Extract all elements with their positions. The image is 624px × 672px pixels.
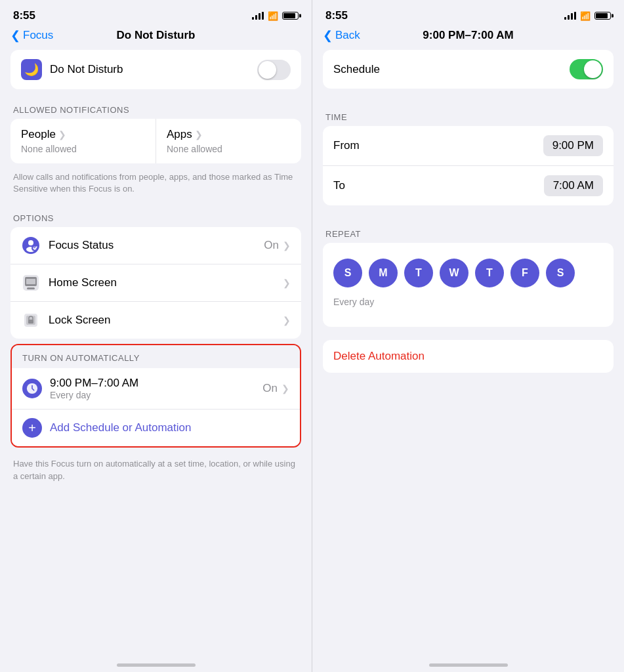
- status-icons-right: 📶: [564, 11, 611, 21]
- repeat-label: REPEAT: [323, 219, 614, 243]
- day-wednesday[interactable]: W: [440, 259, 468, 287]
- focus-status-value: On: [264, 239, 279, 252]
- schedule-right: On ❯: [262, 382, 289, 395]
- day-thursday[interactable]: T: [475, 259, 504, 287]
- right-content: Schedule TIME From 9:00 PM To 7:00 AM RE…: [312, 50, 624, 663]
- repeat-card: S M T W T F S Every day: [323, 243, 614, 327]
- back-label-left: Focus: [23, 29, 53, 42]
- dnd-toggle-row: 🌙 Do Not Disturb: [10, 50, 301, 89]
- home-indicator-left: [117, 663, 196, 667]
- notifications-grid: People ❯ None allowed Apps ❯ None allowe…: [10, 119, 301, 163]
- status-icons-left: 📶: [252, 11, 299, 21]
- focus-status-title: Focus Status: [49, 239, 114, 252]
- to-value[interactable]: 7:00 AM: [544, 175, 603, 196]
- svg-point-1: [28, 240, 33, 245]
- people-title: People: [21, 128, 56, 141]
- schedule-label: Schedule: [333, 63, 380, 76]
- schedule-row[interactable]: 9:00 PM–7:00 AM Every day On ❯: [12, 368, 300, 409]
- focus-status-right: On ❯: [264, 239, 291, 252]
- people-chevron-icon: ❯: [58, 129, 66, 140]
- people-title-row: People ❯: [21, 128, 145, 141]
- lock-screen-title: Lock Screen: [49, 314, 111, 327]
- svg-rect-11: [28, 320, 33, 324]
- back-button-right[interactable]: ❮ Back: [323, 29, 360, 43]
- schedule-title: 9:00 PM–7:00 AM: [50, 377, 138, 390]
- home-screen-icon: [21, 273, 41, 293]
- schedule-value: On: [262, 382, 278, 395]
- battery-icon-right: [594, 12, 611, 20]
- schedule-toggle-row: Schedule: [323, 50, 614, 89]
- page-title-left: Do Not Disturb: [117, 29, 196, 42]
- chevron-left-icon: ❮: [10, 28, 20, 43]
- focus-status-row[interactable]: Focus Status On ❯: [10, 227, 301, 264]
- wifi-icon-right: 📶: [580, 11, 591, 21]
- day-monday[interactable]: M: [369, 259, 398, 287]
- home-screen-chevron-icon: ❯: [283, 278, 291, 288]
- options-card: Focus Status On ❯: [10, 227, 301, 339]
- day-friday[interactable]: F: [510, 259, 539, 287]
- focus-status-icon: [21, 236, 41, 255]
- dnd-toggle[interactable]: [257, 60, 291, 80]
- focus-status-chevron-icon: ❯: [283, 240, 291, 251]
- dnd-left: 🌙 Do Not Disturb: [21, 59, 123, 80]
- auto-section: TURN ON AUTOMATICALLY 9:00 PM–7:00 AM Ev…: [10, 344, 301, 448]
- svg-rect-8: [26, 279, 35, 284]
- notifications-description: Allow calls and notifications from peopl…: [10, 166, 301, 203]
- to-row[interactable]: To 7:00 AM: [323, 165, 614, 205]
- from-row[interactable]: From 9:00 PM: [323, 126, 614, 165]
- lock-screen-row[interactable]: Lock Screen ❯: [10, 301, 301, 339]
- home-screen-left: Home Screen: [21, 273, 117, 293]
- auto-section-label: TURN ON AUTOMATICALLY: [12, 345, 300, 368]
- page-title-right: 9:00 PM–7:00 AM: [423, 29, 513, 42]
- status-bar-right: 8:55 📶: [312, 0, 624, 26]
- add-schedule-row[interactable]: + Add Schedule or Automation: [12, 409, 300, 446]
- to-label: To: [333, 179, 345, 192]
- back-button-left[interactable]: ❮ Focus: [10, 29, 53, 43]
- apps-chevron-icon: ❯: [195, 129, 203, 140]
- apps-title-row: Apps ❯: [167, 128, 291, 141]
- home-indicator-right: [429, 663, 508, 667]
- back-label-right: Back: [335, 29, 360, 42]
- schedule-toggle[interactable]: [570, 59, 603, 79]
- signal-icon: [252, 12, 264, 20]
- allowed-notifications-label: ALLOWED NOTIFICATIONS: [10, 94, 301, 119]
- nav-bar-left: ❮ Focus Do Not Disturb: [0, 26, 312, 50]
- lock-screen-icon: [21, 310, 41, 330]
- day-saturday[interactable]: S: [546, 259, 575, 287]
- svg-rect-7: [27, 287, 35, 289]
- time-right: 8:55: [325, 9, 348, 22]
- time-section-label: TIME: [323, 102, 614, 126]
- delete-automation-button[interactable]: Delete Automation: [323, 340, 614, 373]
- delete-container: Delete Automation: [323, 340, 614, 373]
- day-tuesday[interactable]: T: [404, 259, 433, 287]
- people-cell[interactable]: People ❯ None allowed: [10, 119, 156, 163]
- from-value[interactable]: 9:00 PM: [543, 135, 603, 156]
- time-row: From 9:00 PM To 7:00 AM: [323, 126, 614, 205]
- toggle-knob: [259, 61, 276, 79]
- every-day-label: Every day: [333, 294, 603, 318]
- left-panel: 8:55 📶 ❮ Focus Do Not Disturb 🌙: [0, 0, 312, 672]
- apps-title: Apps: [167, 128, 192, 141]
- people-subtitle: None allowed: [21, 144, 145, 154]
- schedule-toggle-knob: [584, 60, 602, 78]
- lock-screen-chevron-icon: ❯: [283, 315, 291, 326]
- chevron-left-icon-right: ❮: [323, 28, 333, 43]
- battery-icon: [282, 12, 299, 20]
- dnd-title: Do Not Disturb: [50, 63, 123, 76]
- nav-bar-right: ❮ Back 9:00 PM–7:00 AM: [312, 26, 624, 50]
- day-sunday[interactable]: S: [333, 259, 362, 287]
- home-screen-right: ❯: [283, 278, 291, 288]
- days-row: S M T W T F S: [333, 252, 603, 294]
- clock-icon: [22, 379, 42, 398]
- from-label: From: [333, 139, 360, 152]
- wifi-icon: 📶: [268, 11, 278, 21]
- right-panel: 8:55 📶 ❮ Back 9:00 PM–7:00 AM Schedule: [312, 0, 624, 672]
- focus-status-left: Focus Status: [21, 236, 114, 255]
- plus-icon: +: [22, 418, 42, 438]
- schedule-chevron-icon: ❯: [281, 383, 289, 394]
- apps-subtitle: None allowed: [167, 144, 291, 154]
- apps-cell[interactable]: Apps ❯ None allowed: [156, 119, 301, 163]
- lock-screen-left: Lock Screen: [21, 310, 111, 330]
- home-screen-title: Home Screen: [49, 276, 117, 289]
- home-screen-row[interactable]: Home Screen ❯: [10, 264, 301, 301]
